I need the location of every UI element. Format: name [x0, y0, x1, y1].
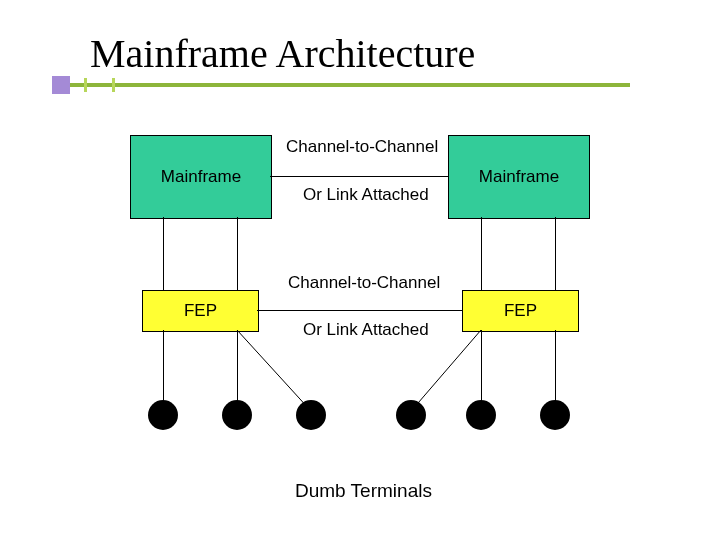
- connector-line: [237, 217, 238, 290]
- connector-line: [481, 330, 482, 405]
- connector-line: [237, 330, 238, 405]
- terminal-node: [396, 400, 426, 430]
- terminals-caption: Dumb Terminals: [295, 480, 432, 502]
- fep-label: FEP: [504, 301, 537, 321]
- fep-box-left: FEP: [142, 290, 259, 332]
- connector-line: [481, 217, 482, 290]
- connector-line: [257, 310, 462, 311]
- mainframe-label: Mainframe: [161, 167, 241, 187]
- link-label-top-1: Channel-to-Channel: [286, 137, 438, 157]
- fep-box-right: FEP: [462, 290, 579, 332]
- connector-line: [555, 330, 556, 405]
- connector-line: [555, 217, 556, 290]
- svg-line-0: [237, 330, 310, 410]
- connector-line: [163, 330, 164, 405]
- terminal-node: [296, 400, 326, 430]
- terminal-node: [540, 400, 570, 430]
- diagram-canvas: Mainframe Mainframe Channel-to-Channel O…: [0, 0, 720, 540]
- terminal-node: [466, 400, 496, 430]
- link-label-bottom-1: Channel-to-Channel: [288, 273, 440, 293]
- fep-label: FEP: [184, 301, 217, 321]
- connector-line: [163, 217, 164, 290]
- diagonal-connectors: [0, 0, 720, 540]
- terminal-node: [222, 400, 252, 430]
- terminal-node: [148, 400, 178, 430]
- mainframe-label: Mainframe: [479, 167, 559, 187]
- mainframe-box-left: Mainframe: [130, 135, 272, 219]
- svg-line-1: [412, 330, 481, 410]
- link-label-bottom-2: Or Link Attached: [303, 320, 429, 340]
- link-label-top-2: Or Link Attached: [303, 185, 429, 205]
- connector-line: [270, 176, 448, 177]
- mainframe-box-right: Mainframe: [448, 135, 590, 219]
